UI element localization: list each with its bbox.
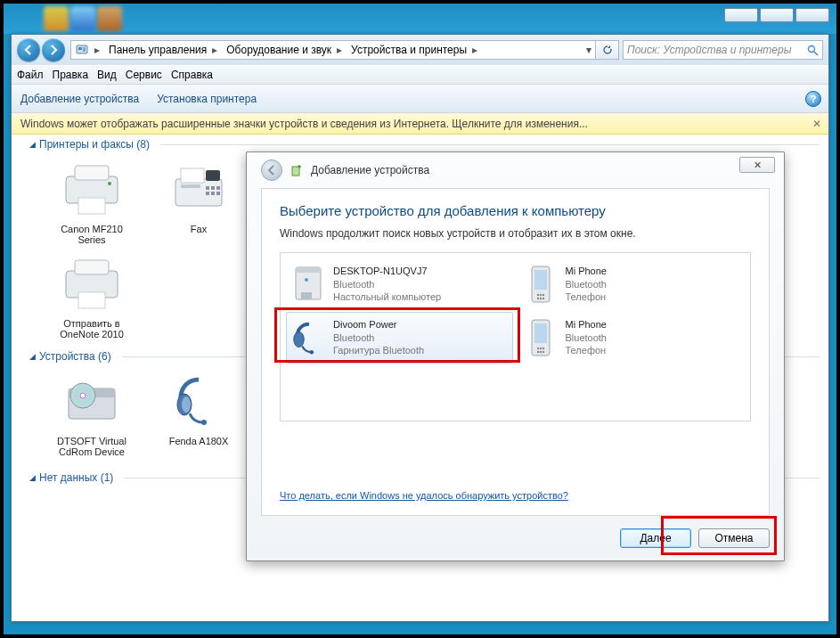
- crumb-hardware-sound[interactable]: Оборудование и звук: [221, 41, 333, 59]
- crumb-control-panel[interactable]: Панель управления: [103, 41, 208, 59]
- printer-icon: [61, 252, 123, 315]
- address-bar-row: ▸ Панель управления ▸ Оборудование и зву…: [12, 35, 828, 65]
- help-link[interactable]: Что делать, если Windows не удалось обна…: [280, 490, 751, 501]
- phone-icon: [523, 265, 559, 304]
- svg-point-49: [536, 351, 538, 353]
- chevron-down-icon[interactable]: ▾: [583, 44, 595, 56]
- close-button[interactable]: [795, 8, 829, 22]
- fax-icon: [167, 158, 230, 220]
- breadcrumb-icon[interactable]: [71, 41, 91, 59]
- breadcrumb-bar[interactable]: ▸ Панель управления ▸ Оборудование и зву…: [70, 40, 596, 60]
- svg-rect-31: [296, 267, 321, 273]
- menu-help[interactable]: Справка: [171, 69, 213, 81]
- chevron-right-icon[interactable]: ▸: [208, 44, 221, 56]
- desktop-taskbar-backdrop: [4, 4, 836, 34]
- svg-rect-14: [211, 186, 215, 190]
- device-fenda[interactable]: Fenda A180X: [154, 370, 243, 457]
- svg-point-50: [539, 351, 541, 353]
- svg-point-47: [539, 348, 541, 349]
- svg-point-36: [536, 294, 538, 296]
- search-placeholder: Поиск: Устройства и принтеры: [627, 44, 791, 56]
- svg-point-43: [310, 350, 314, 355]
- device-label: Fenda A180X: [154, 436, 243, 446]
- device-type: Bluetooth: [333, 278, 441, 291]
- refresh-button[interactable]: [596, 40, 619, 60]
- svg-point-37: [539, 294, 541, 296]
- collapse-icon: ◢: [29, 140, 36, 149]
- svg-point-40: [539, 298, 541, 299]
- device-miphone-2[interactable]: Mi Phone Bluetooth Телефон: [518, 312, 746, 364]
- next-button[interactable]: Далее: [620, 528, 691, 548]
- nav-forward-button[interactable]: [42, 38, 65, 61]
- device-divoom[interactable]: Divoom Power Bluetooth Гарнитура Bluetoo…: [286, 312, 513, 364]
- phone-icon: [523, 318, 559, 357]
- device-name: Mi Phone: [566, 265, 607, 278]
- cancel-button[interactable]: Отмена: [698, 528, 770, 548]
- help-button[interactable]: ?: [805, 91, 821, 107]
- svg-point-27: [182, 397, 191, 413]
- device-type: Bluetooth: [566, 331, 607, 345]
- device-label: Отправить в OneNote 2010: [47, 318, 136, 339]
- device-sub: Настольный компьютер: [333, 290, 441, 304]
- svg-rect-35: [534, 270, 547, 290]
- svg-point-28: [201, 420, 207, 425]
- cmd-add-device[interactable]: Добавление устройства: [20, 93, 139, 105]
- info-bar-close[interactable]: ✕: [812, 118, 821, 130]
- svg-point-48: [542, 348, 543, 349]
- menu-edit[interactable]: Правка: [53, 69, 89, 81]
- device-canon[interactable]: Canon MF210 Series: [47, 158, 136, 245]
- svg-rect-11: [206, 170, 220, 181]
- svg-point-33: [305, 278, 308, 282]
- svg-rect-20: [75, 260, 109, 274]
- cdrom-icon: [61, 370, 123, 432]
- svg-point-8: [108, 182, 111, 185]
- svg-rect-45: [534, 323, 547, 343]
- info-bar[interactable]: Windows может отображать расширенные зна…: [12, 113, 828, 135]
- collapse-icon: ◢: [29, 352, 36, 361]
- svg-rect-1: [78, 47, 82, 50]
- command-bar: Добавление устройства Установка принтера…: [12, 85, 828, 113]
- svg-rect-18: [216, 192, 220, 195]
- svg-rect-2: [83, 47, 86, 52]
- background-icons: [44, 6, 122, 31]
- cmd-add-printer[interactable]: Установка принтера: [157, 93, 257, 105]
- svg-point-51: [542, 351, 543, 353]
- svg-rect-6: [75, 166, 109, 180]
- search-input[interactable]: Поиск: Устройства и принтеры: [623, 40, 823, 60]
- device-sub: Гарнитура Bluetooth: [333, 344, 424, 357]
- printer-icon: [61, 158, 123, 220]
- crumb-devices-printers[interactable]: Устройства и принтеры: [346, 41, 469, 59]
- maximize-button[interactable]: [760, 8, 794, 22]
- device-dtsoft[interactable]: DTSOFT Virtual CdRom Device: [47, 370, 136, 457]
- device-name: DESKTOP-N1UQVJ7: [333, 265, 441, 278]
- device-type: Bluetooth: [566, 278, 607, 291]
- device-miphone-1[interactable]: Mi Phone Bluetooth Телефон: [518, 258, 746, 310]
- section-devices-title: Устройства (6): [39, 350, 111, 363]
- chevron-right-icon[interactable]: ▸: [333, 44, 346, 56]
- chevron-right-icon[interactable]: ▸: [469, 44, 481, 56]
- device-onenote[interactable]: Отправить в OneNote 2010: [47, 252, 136, 339]
- nav-back-button[interactable]: [17, 38, 40, 61]
- device-name: Divoom Power: [333, 318, 424, 331]
- menu-view[interactable]: Вид: [97, 69, 117, 81]
- chevron-right-icon[interactable]: ▸: [91, 44, 103, 56]
- menu-file[interactable]: Файл: [17, 69, 44, 81]
- headset-icon: [290, 318, 326, 357]
- dialog-close-button[interactable]: ✕: [739, 157, 775, 173]
- svg-rect-15: [216, 186, 220, 190]
- svg-point-39: [536, 298, 538, 299]
- menu-tools[interactable]: Сервис: [126, 69, 162, 81]
- svg-rect-7: [78, 198, 105, 214]
- device-desktop[interactable]: DESKTOP-N1UQVJ7 Bluetooth Настольный ком…: [286, 258, 513, 310]
- computer-icon: [290, 265, 326, 304]
- svg-rect-12: [181, 184, 200, 188]
- add-device-dialog: ✕ Добавление устройства Выберите устройс…: [246, 151, 785, 561]
- device-fax[interactable]: Fax: [154, 158, 243, 245]
- svg-rect-10: [181, 168, 204, 183]
- minimize-button[interactable]: [724, 8, 758, 22]
- window-controls[interactable]: [724, 8, 829, 22]
- svg-point-25: [80, 393, 86, 398]
- device-name: Mi Phone: [566, 318, 607, 331]
- svg-rect-13: [206, 186, 209, 190]
- dialog-back-button[interactable]: [261, 160, 282, 181]
